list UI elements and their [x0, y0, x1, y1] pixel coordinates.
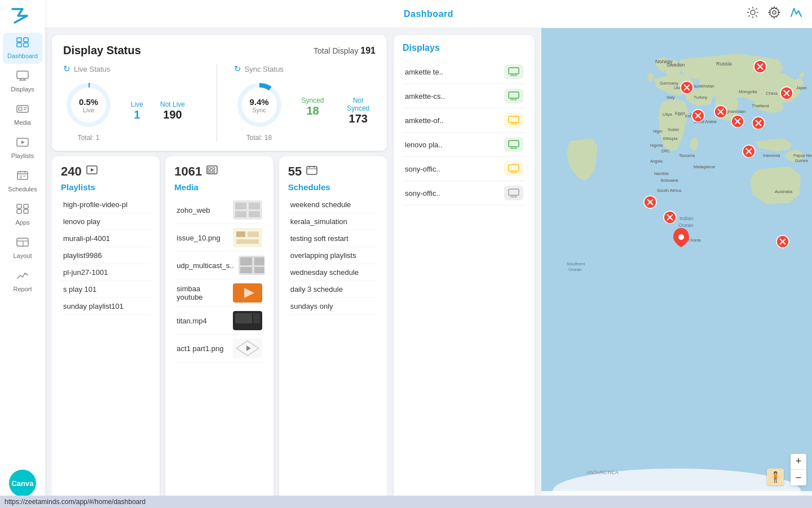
sidebar-item-label: Apps	[15, 219, 29, 226]
displays-panel-title: Displays	[403, 43, 526, 53]
report-icon	[16, 270, 29, 283]
content-area: Display Status Total Display 191 ↻ Live …	[45, 28, 812, 508]
list-item[interactable]: zoho_web	[174, 196, 264, 224]
display-item[interactable]: amkette-cs..	[403, 84, 526, 108]
svg-rect-25	[17, 238, 28, 246]
svg-rect-46	[212, 168, 215, 170]
svg-text:ANTARCTICA: ANTARCTICA	[586, 470, 619, 475]
sidebar-item-media[interactable]: Media	[3, 99, 42, 130]
media-section-heading: Media	[174, 182, 264, 192]
not-synced-label: Not Synced	[341, 97, 376, 112]
svg-text:Kazakhstan: Kazakhstan	[691, 84, 714, 89]
sidebar-item-schedules[interactable]: Schedules	[3, 166, 42, 197]
list-item[interactable]: wednesday schedule	[288, 264, 378, 281]
svg-text:Papua New: Papua New	[793, 154, 812, 158]
svg-text:Japan: Japan	[796, 86, 807, 90]
svg-text:Tanzania: Tanzania	[679, 154, 695, 157]
list-item[interactable]: murali-pl-4001	[61, 230, 151, 247]
svg-text:Norway: Norway	[655, 59, 673, 64]
list-item[interactable]: testing soft restart	[288, 230, 378, 247]
display-item[interactable]: lenovo pla..	[403, 133, 526, 157]
not-live-count: 190	[160, 108, 185, 121]
list-item[interactable]: sunday playlist101	[61, 298, 151, 315]
list-item[interactable]: s play 101	[61, 281, 151, 298]
card-header: Display Status Total Display 191	[63, 44, 376, 57]
list-item[interactable]: act1 part1.png	[174, 335, 264, 362]
list-item[interactable]: issue_10.png	[174, 224, 264, 252]
svg-rect-91	[509, 165, 519, 171]
sidebar-item-label: Report	[13, 286, 32, 292]
svg-text:Nigeria: Nigeria	[650, 143, 663, 148]
canva-label: Canva	[11, 479, 33, 488]
svg-rect-75	[509, 68, 519, 74]
svg-text:Sudan: Sudan	[668, 128, 679, 132]
brightness-icon[interactable]	[747, 6, 759, 21]
list-item[interactable]: playlist9986	[61, 247, 151, 264]
media-count: 1061	[174, 164, 202, 179]
live-icon: ↻	[63, 64, 70, 74]
list-item[interactable]: simbaa youtube	[174, 279, 264, 307]
playlist-count-icon	[86, 165, 98, 178]
media-card: 1061 Media	[165, 156, 273, 501]
app-logo[interactable]	[9, 6, 36, 26]
list-item[interactable]: pl-jun27-1001	[61, 264, 151, 281]
sidebar-item-report[interactable]: Report	[3, 266, 42, 297]
display-item[interactable]: amkette te..	[403, 60, 526, 84]
sidebar-item-layout[interactable]: Layout	[3, 233, 42, 264]
list-item[interactable]: weekend schedule	[288, 196, 378, 213]
media-thumbnail	[233, 339, 262, 358]
svg-rect-79	[509, 92, 519, 98]
list-item[interactable]: lenovo play	[61, 213, 151, 230]
svg-rect-71	[307, 167, 317, 174]
display-item[interactable]: sony-offic..	[403, 157, 526, 181]
settings-icon[interactable]	[768, 6, 780, 21]
media-thumbnail	[233, 228, 262, 247]
list-item[interactable]: daily 3 schedule	[288, 281, 378, 298]
playlists-icon	[16, 137, 29, 150]
svg-rect-47	[208, 171, 211, 173]
svg-rect-4	[17, 71, 28, 78]
svg-rect-83	[509, 116, 519, 122]
sidebar: Dashboard Displays Media	[0, 0, 45, 508]
sidebar-item-playlists[interactable]: Playlists	[3, 133, 42, 164]
list-item[interactable]: kerala_simulation	[288, 213, 378, 230]
world-map: Sweden Norway Russia Ukraine Kazakhstan …	[541, 28, 812, 508]
schedules-card: 55 Schedules weekend schedule	[279, 156, 387, 501]
live-total: Total: 1	[63, 134, 114, 142]
list-item[interactable]: udp_multicast_s..	[174, 252, 264, 279]
zoom-controls: + −	[791, 454, 806, 485]
display-badge	[504, 186, 523, 200]
svg-text:Guinea: Guinea	[795, 159, 808, 163]
svg-rect-14	[17, 172, 28, 179]
pegman-button[interactable]: 🧍	[767, 468, 784, 485]
displays-icon	[16, 71, 29, 84]
dashboard-icon	[16, 37, 29, 50]
svg-text:Southern: Southern	[567, 261, 585, 266]
list-item[interactable]: overlapping playlists	[288, 247, 378, 264]
zoom-out-button[interactable]: −	[791, 470, 806, 485]
svg-marker-43	[91, 168, 94, 172]
displays-panel: Displays amkette te.. amkette-cs..	[394, 35, 535, 501]
list-item[interactable]: high-profile-video-pl	[61, 196, 151, 213]
list-item[interactable]: titan.mp4	[174, 307, 264, 335]
sidebar-item-displays[interactable]: Displays	[3, 66, 42, 97]
sidebar-item-apps[interactable]: Apps	[3, 199, 42, 230]
svg-text:Egypt: Egypt	[675, 111, 685, 116]
svg-rect-51	[249, 203, 260, 209]
profile-icon[interactable]	[789, 6, 803, 22]
svg-marker-13	[21, 141, 25, 144]
sidebar-item-dashboard[interactable]: Dashboard	[3, 33, 42, 64]
canva-button[interactable]: Canva	[9, 470, 36, 497]
zoom-in-button[interactable]: +	[791, 454, 806, 470]
svg-text:Australia: Australia	[775, 189, 793, 194]
svg-text:Ocean: Ocean	[568, 267, 582, 272]
map-container[interactable]: Sweden Norway Russia Ukraine Kazakhstan …	[541, 28, 812, 508]
sync-sub: Sync	[249, 107, 268, 113]
svg-text:Niger: Niger	[653, 129, 663, 134]
header: Dashboard	[45, 0, 812, 28]
live-label: Live	[131, 100, 143, 108]
display-item[interactable]: sony-offic..	[403, 181, 526, 205]
list-item[interactable]: sundays only	[288, 298, 378, 315]
bottom-row: 240 Playlists high-profile-video-pl leno…	[52, 156, 387, 501]
display-item[interactable]: amkette-of..	[403, 108, 526, 133]
